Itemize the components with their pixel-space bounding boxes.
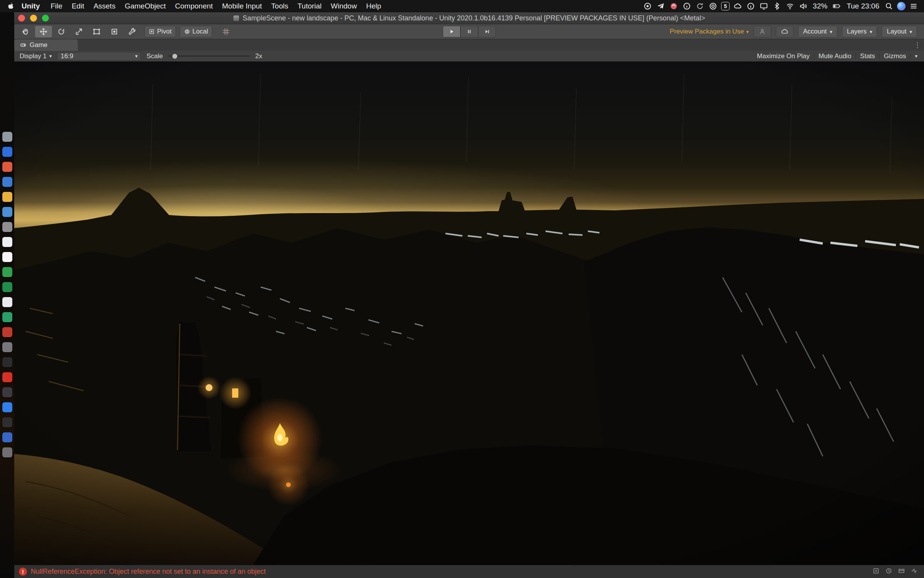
pause-button[interactable] — [460, 26, 478, 37]
account-dropdown[interactable]: Account ▾ — [798, 26, 837, 37]
mute-audio-button[interactable]: Mute Audio — [814, 51, 855, 62]
menu-app-name[interactable]: Unity — [17, 2, 45, 10]
gizmos-label: Gizmos — [884, 52, 906, 60]
menu-item[interactable]: Tools — [266, 2, 293, 10]
dock-app-icon[interactable] — [2, 312, 12, 322]
local-toggle[interactable]: Local — [180, 26, 213, 37]
hand-tool-button[interactable] — [17, 26, 34, 37]
siri-icon[interactable] — [897, 2, 906, 10]
maximize-on-play-button[interactable]: Maximize On Play — [753, 51, 814, 62]
spotlight-icon[interactable] — [884, 1, 894, 11]
aspect-ratio-dropdown[interactable]: 16:9 ▾ — [57, 52, 141, 60]
dock-app-icon[interactable] — [2, 282, 12, 292]
close-window-button[interactable] — [18, 15, 25, 22]
dock-app-icon[interactable] — [2, 432, 12, 442]
step-button[interactable] — [478, 26, 496, 37]
dock-app-icon[interactable] — [2, 207, 12, 217]
menu-item[interactable]: Window — [326, 2, 362, 10]
grid-snapping-icon[interactable] — [218, 26, 234, 37]
minimize-window-button[interactable] — [30, 15, 37, 22]
zoom-window-button[interactable] — [42, 15, 49, 22]
menu-clock[interactable]: Tue 23:06 — [845, 2, 881, 10]
menu-item[interactable]: Edit — [67, 2, 89, 10]
rect-tool-button[interactable] — [88, 26, 105, 37]
menu-item[interactable]: Mobile Input — [218, 2, 267, 10]
about-icon[interactable] — [746, 1, 756, 11]
dock-app-icon[interactable] — [2, 147, 12, 157]
menu-bar: Unity FileEditAssetsGameObjectComponentM… — [0, 0, 924, 12]
layout-dropdown[interactable]: Layout ▾ — [882, 26, 917, 37]
menu-item[interactable]: Tutorial — [293, 2, 326, 10]
console-error-message[interactable]: NullReferenceException: Object reference… — [31, 568, 266, 576]
aspect-label: 16:9 — [60, 52, 73, 60]
play-button[interactable] — [443, 26, 460, 37]
rotate-tool-button[interactable] — [53, 26, 70, 37]
wifi-icon[interactable] — [785, 1, 795, 11]
gizmos-dropdown[interactable]: Gizmos — [880, 51, 911, 62]
asset-import-icon[interactable] — [872, 567, 880, 576]
preview-packages-dropdown[interactable]: Preview Packages in Use ▾ — [670, 28, 749, 35]
pivot-toggle[interactable]: Pivot — [144, 26, 176, 37]
scale-slider[interactable] — [168, 52, 250, 60]
game-scene-render — [14, 62, 924, 565]
scale-slider-track[interactable] — [168, 55, 250, 57]
bluetooth-icon[interactable] — [772, 1, 782, 11]
tab-options-kebab-icon[interactable]: ⋮ — [914, 39, 921, 51]
battery-icon[interactable] — [832, 1, 842, 11]
display-dropdown[interactable]: Display 1 ▾ — [20, 52, 52, 60]
screen-record-icon[interactable] — [643, 1, 653, 11]
menu-item[interactable]: File — [46, 2, 67, 10]
tab-game-label: Game — [30, 41, 47, 49]
scale-slider-thumb[interactable] — [172, 54, 177, 59]
volume-icon[interactable] — [798, 1, 808, 11]
badge-5-icon[interactable]: 5 — [721, 2, 730, 10]
dock-app-icon[interactable] — [2, 372, 12, 382]
chevron-down-icon: ▾ — [870, 29, 872, 34]
dock-app-icon[interactable] — [2, 387, 12, 397]
stats-button[interactable]: Stats — [856, 51, 879, 62]
dock-app-icon[interactable] — [2, 297, 12, 307]
dock-app-icon[interactable] — [2, 402, 12, 412]
console-icon[interactable] — [898, 567, 905, 576]
activity-icon[interactable] — [911, 567, 918, 576]
dock-app-icon[interactable] — [2, 177, 12, 187]
menu-item[interactable]: Assets — [89, 2, 120, 10]
scale-tool-button[interactable] — [70, 26, 87, 37]
apple-icon[interactable] — [5, 1, 15, 11]
dock-app-icon[interactable] — [2, 222, 12, 232]
cloud-services-button[interactable] — [776, 26, 793, 37]
dock-app-icon[interactable] — [2, 267, 12, 277]
cloud-icon[interactable] — [733, 1, 743, 11]
transform-tool-button[interactable] — [106, 26, 123, 37]
control-center-icon[interactable] — [909, 1, 919, 11]
sync-icon[interactable] — [695, 1, 705, 11]
swirl-app-icon[interactable] — [669, 1, 679, 11]
menu-item[interactable]: Help — [362, 2, 386, 10]
move-tool-button[interactable] — [35, 26, 52, 37]
telegram-icon[interactable] — [656, 1, 666, 11]
layers-dropdown[interactable]: Layers ▾ — [842, 26, 877, 37]
dock-app-icon[interactable] — [2, 417, 12, 427]
dock-app-icon[interactable] — [2, 252, 12, 262]
info-circle-icon[interactable] — [682, 1, 692, 11]
tab-game[interactable]: Game — [14, 39, 78, 51]
menu-item[interactable]: GameObject — [120, 2, 171, 10]
target-circle-icon[interactable] — [708, 1, 718, 11]
menu-item[interactable]: Component — [171, 2, 218, 10]
progress-icon[interactable] — [885, 567, 892, 576]
game-viewport[interactable] — [14, 62, 924, 565]
dock-app-icon[interactable] — [2, 327, 12, 337]
dock-app-icon[interactable] — [2, 132, 12, 142]
display-icon[interactable] — [759, 1, 769, 11]
dock-app-icon[interactable] — [2, 357, 12, 367]
custom-tool-button[interactable] — [124, 26, 141, 37]
dock-app-icon[interactable] — [2, 342, 12, 352]
gizmos-caret-button[interactable]: ▾ — [911, 51, 922, 62]
dock-app-icon[interactable] — [2, 237, 12, 247]
collab-button[interactable] — [753, 26, 771, 37]
dock-app-icon[interactable] — [2, 162, 12, 172]
dock-app-icon[interactable] — [2, 192, 12, 202]
dock-app-icon[interactable] — [2, 447, 12, 457]
account-label: Account — [803, 28, 827, 35]
window-title: SampleScene - new landscape - PC, Mac & … — [243, 14, 705, 22]
